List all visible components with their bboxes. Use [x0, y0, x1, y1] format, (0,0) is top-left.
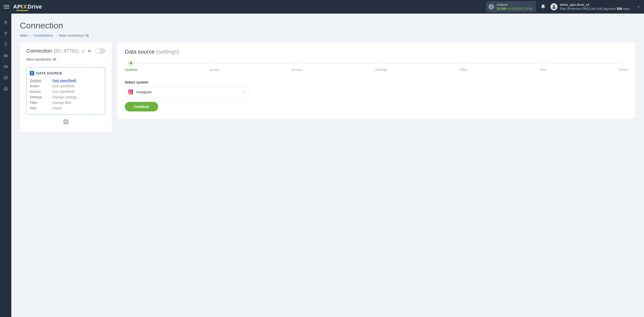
nav-connections-icon[interactable] — [3, 31, 9, 36]
menu-toggle[interactable] — [4, 4, 10, 10]
step-label: Test — [540, 68, 546, 72]
step-circle — [379, 61, 384, 66]
info-icon: i — [489, 4, 494, 10]
ds-row-label: Action — [30, 84, 52, 88]
breadcrumb-connections[interactable]: Connections — [33, 33, 53, 37]
ds-row-value: change filter — [52, 101, 102, 105]
nav-briefcase-icon[interactable] — [3, 53, 9, 58]
svg-point-2 — [5, 76, 6, 78]
step-circle — [461, 61, 466, 66]
nav-video-icon[interactable] — [3, 64, 9, 69]
logo-x: X — [23, 4, 27, 10]
main-content: Connection Main / Connections / New conn… — [11, 14, 644, 317]
chevron-down-icon — [636, 5, 640, 9]
nav-account-icon[interactable] — [3, 75, 9, 81]
instagram-icon — [128, 90, 133, 95]
ds-row-value: check — [52, 106, 102, 110]
step-action[interactable]: Action — [210, 61, 219, 72]
step-system[interactable]: System — [125, 61, 137, 72]
breadcrumb-main[interactable]: Main — [20, 33, 27, 37]
step-test[interactable]: Test — [540, 61, 546, 72]
data-source-box: 1 DATA SOURCE System(not specified)Actio… — [26, 67, 105, 114]
continue-button[interactable]: Continue — [125, 102, 158, 111]
nav-billing-icon[interactable] — [3, 42, 9, 47]
system-select[interactable]: Instagram — [125, 87, 249, 97]
step-filter[interactable]: Filter — [460, 61, 468, 72]
connection-heading: Connection — [26, 48, 52, 54]
nav-help-icon[interactable] — [3, 86, 9, 92]
ds-row-value: (not specified) — [52, 90, 102, 94]
notifications-icon[interactable] — [540, 4, 546, 10]
ds-row-label: Access — [30, 90, 52, 94]
step-label: Action — [210, 68, 219, 72]
data-source-title: DATA SOURCE — [36, 71, 62, 75]
header: API X Drive i Actions: 22'089 of 100'000… — [0, 0, 644, 14]
connection-enabled-toggle[interactable] — [95, 48, 105, 54]
ds-row-label: Filter — [30, 101, 52, 105]
ds-row-label: Test — [30, 106, 52, 110]
connection-name[interactable]: New connection 36 — [26, 57, 105, 64]
step-circle — [212, 61, 217, 66]
step-circle — [295, 61, 300, 66]
step-settings[interactable]: Settings — [375, 61, 388, 72]
breadcrumb: Main / Connections / New connection 36 — [20, 33, 635, 37]
ds-row-label: System — [30, 78, 52, 83]
copy-icon[interactable] — [81, 49, 85, 53]
step-circle — [621, 61, 626, 66]
actions-usage-box[interactable]: i Actions: 22'089 of 100'000 (22%) — [486, 1, 536, 13]
step-label: Finish — [619, 68, 628, 72]
step-label: Settings — [375, 68, 388, 72]
settings-heading: Data source (settings) — [125, 49, 628, 55]
gear-icon[interactable] — [87, 49, 91, 53]
data-source-settings-card: Data source (settings) SystemActionAcces… — [117, 43, 635, 119]
step-circle — [541, 61, 546, 66]
data-source-number: 1 — [30, 71, 34, 75]
add-destination-button[interactable]: + — [63, 119, 69, 125]
actions-label: Actions: — [497, 3, 532, 7]
step-label: Filter — [460, 68, 468, 72]
user-menu[interactable]: demo_apix-drive_s3 Plan |Premium PRO| le… — [550, 3, 640, 11]
user-plan: Plan |Premium PRO| left until payment 35… — [560, 7, 630, 11]
connection-id: (ID: 47791) — [54, 48, 79, 54]
step-label: Access — [292, 68, 303, 72]
connection-summary-card: Connection (ID: 47791) New connection 36… — [20, 43, 112, 132]
logo[interactable]: API X Drive — [13, 4, 42, 10]
ds-row-value[interactable]: (not specified) — [52, 78, 102, 83]
actions-value: 22'089 of 100'000 (22%) — [497, 7, 532, 11]
select-system-label: Select system — [125, 80, 628, 84]
user-name: demo_apix-drive_s3 — [560, 3, 630, 7]
user-avatar-icon — [550, 3, 557, 10]
sidebar — [0, 14, 11, 317]
logo-post: Drive — [27, 4, 42, 10]
breadcrumb-current: New connection 36 — [59, 33, 89, 37]
logo-pre: API — [13, 4, 23, 10]
step-label: System — [125, 68, 137, 72]
chevron-down-icon — [243, 90, 246, 94]
step-circle — [129, 61, 134, 66]
ds-row-value: (not specified) — [52, 84, 102, 88]
ds-row-label: Settings — [30, 95, 52, 99]
system-select-value: Instagram — [136, 90, 152, 94]
nav-home-icon[interactable] — [3, 20, 9, 25]
page-title: Connection — [20, 21, 635, 30]
stepper: SystemActionAccessSettingsFilterTestFini… — [125, 61, 628, 72]
ds-row-value: change settings — [52, 95, 102, 99]
step-finish[interactable]: Finish — [619, 61, 628, 72]
step-access[interactable]: Access — [292, 61, 303, 72]
